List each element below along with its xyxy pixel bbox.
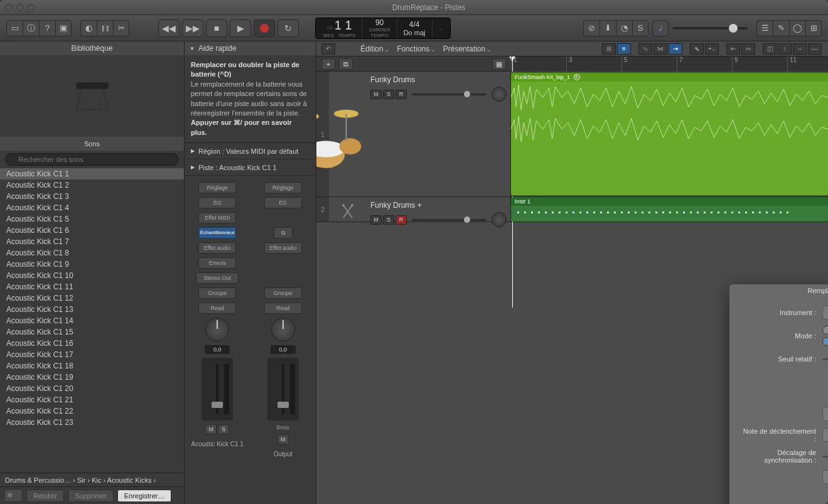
library-item[interactable]: Acoustic Kick C1 7	[0, 236, 184, 247]
duplicate-track-button[interactable]: ⧉	[339, 58, 353, 70]
key-signature[interactable]: Do maj	[404, 29, 426, 36]
add-track-button[interactable]: +	[321, 58, 335, 70]
library-gear-button[interactable]: ✻	[4, 489, 23, 502]
time-signature[interactable]: 4/4	[404, 20, 426, 29]
mode-double-radio[interactable]: Doublement	[822, 337, 828, 346]
close-icon[interactable]	[5, 4, 12, 11]
track-lane[interactable]: Instr 1	[511, 197, 828, 222]
set-attack-button[interactable]: Définir la durée d'attaque moyenne	[822, 470, 828, 484]
eq-button[interactable]: ÉG	[198, 197, 236, 208]
setting-button[interactable]: Réglage	[264, 182, 302, 193]
library-item[interactable]: Acoustic Kick C1 6	[0, 225, 184, 236]
library-item[interactable]: Acoustic Kick C1 2	[0, 180, 184, 191]
library-item[interactable]: Acoustic Kick C1 12	[0, 292, 184, 304]
stereo-link-button[interactable]: ⧉	[274, 227, 293, 239]
minimize-icon[interactable]	[16, 4, 23, 11]
automation-button[interactable]: Read	[198, 303, 236, 314]
inspector-toggle-button[interactable]: ⓘ	[23, 20, 39, 36]
offset-slider[interactable]	[822, 456, 828, 458]
sends-button[interactable]: Envois	[198, 257, 236, 269]
midi-fx-button[interactable]: Effet MIDI	[198, 212, 236, 223]
list-editors-button[interactable]: ☰	[756, 20, 773, 36]
library-item[interactable]: Acoustic Kick C1 19	[0, 372, 184, 383]
pan-value[interactable]: 0,0	[271, 345, 296, 354]
record-button[interactable]	[254, 19, 275, 37]
vertical-zoom-button[interactable]: ↕	[778, 43, 792, 55]
library-revert-button[interactable]: Rétablir	[26, 490, 64, 502]
timeline-ruler[interactable]: 1357911	[511, 56, 828, 72]
record-enable-button[interactable]: R	[395, 215, 407, 225]
audio-fx-button[interactable]: Effet audio	[264, 242, 302, 254]
library-item[interactable]: Acoustic Kick C1 10	[0, 270, 184, 281]
pan-knob[interactable]	[492, 87, 507, 102]
library-item[interactable]: Acoustic Kick C1 18	[0, 360, 184, 372]
back-button[interactable]: ↶	[321, 43, 335, 55]
pan-value[interactable]: 0,0	[205, 345, 230, 354]
mixer-button[interactable]: ⫿⫿	[97, 20, 113, 36]
zoom-icon[interactable]	[28, 4, 35, 11]
waveform-zoom-button[interactable]: ◫	[763, 43, 777, 55]
library-item[interactable]: Acoustic Kick C1 22	[0, 405, 184, 417]
group-button[interactable]: Groupe	[198, 287, 236, 299]
track-name[interactable]: Funky Drums	[370, 75, 507, 84]
view-menu[interactable]: Présentation	[443, 45, 490, 53]
library-item[interactable]: Acoustic Kick C1 13	[0, 304, 184, 315]
automation-button[interactable]: Read	[264, 303, 302, 314]
lcd-display[interactable]: 00 1 1 MES TEMPS 90 GARDER TEMPO 4/4 Do …	[315, 18, 451, 39]
volume-fader[interactable]	[267, 358, 299, 421]
horizontal-zoom-button[interactable]: ↔	[793, 43, 807, 55]
cycle-button[interactable]: ↻	[277, 19, 299, 37]
mute-button[interactable]: M	[370, 215, 382, 225]
mute-button[interactable]: M	[277, 434, 289, 444]
solo-button[interactable]: S	[383, 215, 394, 225]
library-save-button[interactable]: Enregistrer…	[117, 490, 172, 502]
track-disclosure[interactable]: Piste : Acoustic Kick C1 1	[185, 159, 316, 176]
edit-menu[interactable]: Édition	[360, 45, 388, 53]
audio-region[interactable]: FunkSmash Kit_bip_1↻	[511, 73, 828, 195]
solo-button[interactable]: S	[383, 90, 394, 99]
group-button[interactable]: Groupe	[264, 287, 302, 299]
toolbar-toggle-button[interactable]: ▣	[55, 20, 72, 36]
grid-button[interactable]: ⊞	[602, 43, 616, 55]
track-name[interactable]: Funky Drums +	[370, 201, 507, 210]
instrument-select[interactable]: Kick	[822, 306, 828, 319]
record-enable-button[interactable]: R	[395, 90, 407, 99]
library-item[interactable]: Acoustic Kick C1 11	[0, 281, 184, 292]
library-item[interactable]: Acoustic Kick C1 15	[0, 326, 184, 338]
library-breadcrumb[interactable]: Drums & Percussio… › Sir › Kic › Acousti…	[0, 473, 184, 486]
media-button[interactable]: ⊞	[805, 20, 822, 36]
quick-help-header[interactable]: Aide rapide	[185, 41, 316, 55]
play-button[interactable]: ▶	[230, 19, 251, 37]
replace-button[interactable]: ⊘	[583, 20, 599, 36]
tempo-value[interactable]: 90	[368, 18, 390, 27]
tuner-button[interactable]: ◔	[616, 20, 632, 36]
midi-region[interactable]: Instr 1	[511, 197, 828, 222]
library-item[interactable]: Acoustic Kick C1 17	[0, 349, 184, 360]
library-item[interactable]: Acoustic Kick C1 9	[0, 259, 184, 270]
library-item[interactable]: Acoustic Kick C1 21	[0, 394, 184, 405]
setting-button[interactable]: Réglage	[198, 182, 236, 193]
automation-curve-button[interactable]: ∿	[638, 43, 652, 55]
mode-replace-radio[interactable]: Remplacement	[822, 326, 828, 335]
volume-slider[interactable]	[412, 94, 487, 95]
audio-fx-button[interactable]: Effet audio	[198, 242, 236, 254]
library-item[interactable]: Acoustic Kick C1 3	[0, 191, 184, 202]
global-tracks-button[interactable]: ▦	[492, 58, 506, 70]
output-button[interactable]: Stereo Out	[196, 272, 239, 284]
low-latency-button[interactable]: ⬇	[599, 20, 616, 36]
library-item[interactable]: Acoustic Kick C1 20	[0, 383, 184, 394]
pointer-tool[interactable]: ⬉	[690, 43, 704, 55]
library-item[interactable]: Acoustic Kick C1 14	[0, 315, 184, 326]
instrument-slot[interactable]: Échantillonneur	[198, 227, 236, 239]
smart-controls-button[interactable]: ◐	[80, 20, 97, 36]
volume-fader[interactable]	[202, 358, 233, 421]
notepad-button[interactable]: ✎	[773, 20, 789, 36]
zoom-h-button[interactable]: ⇤	[726, 43, 740, 55]
tool-menu[interactable]: +⌵	[705, 43, 719, 55]
library-item[interactable]: Acoustic Kick C1 5	[0, 213, 184, 225]
catch-button[interactable]: ⇥	[669, 43, 682, 55]
trigger-note-select[interactable]: Autom.	[822, 428, 828, 442]
track-lane[interactable]: FunkSmash Kit_bip_1↻	[511, 72, 828, 196]
library-search-input[interactable]	[5, 153, 179, 166]
help-toggle-button[interactable]: ?	[39, 20, 55, 36]
